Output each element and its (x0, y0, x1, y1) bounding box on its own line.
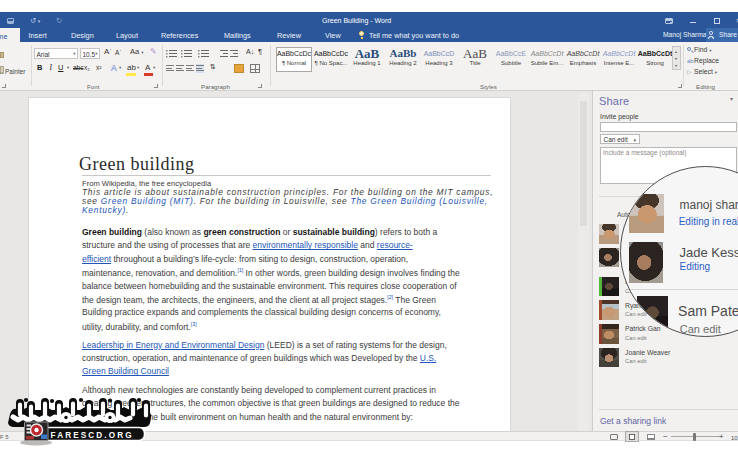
svg-text:FARESCD.ORG: FARESCD.ORG (51, 431, 134, 440)
